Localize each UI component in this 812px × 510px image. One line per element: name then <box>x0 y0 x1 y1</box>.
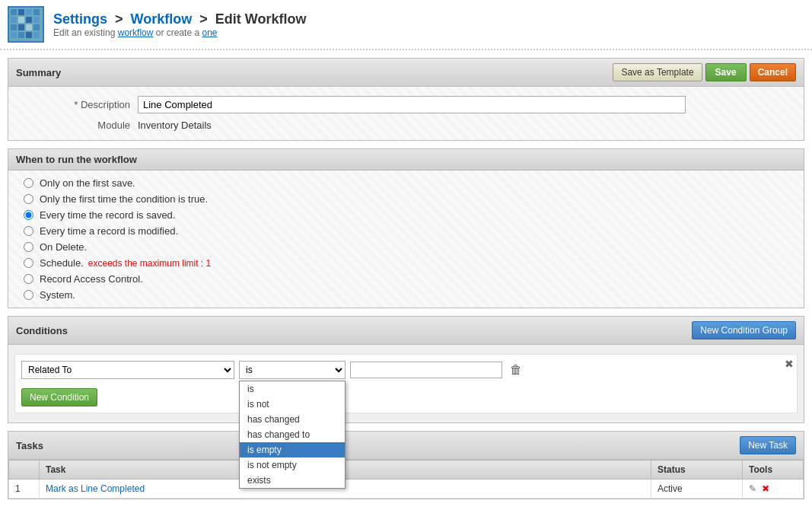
svg-rect-3 <box>26 9 32 15</box>
tasks-header: Tasks New Task <box>8 431 804 460</box>
tasks-header-row: Task Status Tools <box>9 461 804 480</box>
op-has-changed[interactable]: has changed <box>240 412 345 427</box>
op-is-not[interactable]: is not <box>240 397 345 412</box>
workflow-link[interactable]: Workflow <box>131 11 193 27</box>
op-is[interactable]: is <box>240 381 345 397</box>
op-has-changed-to[interactable]: has changed to <box>240 427 345 442</box>
new-condition-button[interactable]: New Condition <box>21 388 97 406</box>
radio-on-delete[interactable] <box>24 242 33 252</box>
radio-first-save[interactable] <box>24 178 33 188</box>
description-input[interactable] <box>138 96 686 113</box>
svg-rect-10 <box>18 24 24 30</box>
summary-title: Summary <box>16 67 61 78</box>
condition-value-input[interactable] <box>350 362 502 378</box>
conditions-body: ✖ Related To is is is not <box>8 345 804 423</box>
when-to-run-body: Only on the first save. Only the first t… <box>8 171 804 308</box>
page-title: Settings > Workflow > Edit Workflow <box>53 11 306 27</box>
radio-schedule[interactable] <box>24 258 33 268</box>
operator-dropdown: is is not has changed has changed to is … <box>239 381 345 489</box>
conditions-header: Conditions New Condition Group <box>8 316 804 345</box>
svg-rect-11 <box>26 24 32 30</box>
app-logo <box>8 6 44 43</box>
cancel-button[interactable]: Cancel <box>750 63 796 81</box>
condition-operator-select[interactable]: is <box>239 361 345 379</box>
save-button[interactable]: Save <box>705 63 747 81</box>
radio-system-label: System. <box>40 289 75 301</box>
task-edit-icon[interactable]: ✎ <box>749 483 756 494</box>
summary-section: Summary Save as Template Save Cancel * D… <box>8 58 804 141</box>
svg-rect-12 <box>33 24 40 30</box>
radio-item-4: Every time a record is modified. <box>24 223 788 239</box>
tasks-title: Tasks <box>16 440 43 451</box>
svg-rect-13 <box>11 32 17 38</box>
tasks-col-status: Status <box>651 461 743 480</box>
radio-item-2: Only the first time the condition is tru… <box>24 191 788 207</box>
radio-schedule-label: Schedule. <box>40 257 84 269</box>
main-content: Summary Save as Template Save Cancel * D… <box>0 50 812 507</box>
svg-rect-8 <box>33 17 40 23</box>
tasks-body: Task Status Tools 1 Mark as Line Complet… <box>8 460 804 499</box>
task-link[interactable]: Mark as Line Completed <box>46 483 145 494</box>
radio-first-save-label: Only on the first save. <box>40 177 135 189</box>
workflow-edit-link[interactable]: workflow <box>118 27 154 38</box>
op-is-not-empty[interactable]: is not empty <box>240 457 345 473</box>
radio-every-modified-label: Every time a record is modified. <box>40 225 178 237</box>
svg-rect-6 <box>18 17 24 23</box>
description-label: * Description <box>16 99 138 110</box>
svg-rect-4 <box>33 9 40 15</box>
radio-first-condition[interactable] <box>24 194 33 204</box>
description-value <box>138 96 796 113</box>
settings-link[interactable]: Settings <box>53 11 107 27</box>
task-tools: ✎ ✖ <box>743 480 804 499</box>
condition-group-close-icon[interactable]: ✖ <box>785 358 794 370</box>
tasks-table: Task Status Tools 1 Mark as Line Complet… <box>8 460 804 499</box>
radio-system[interactable] <box>24 290 33 300</box>
svg-rect-1 <box>11 9 17 15</box>
summary-toolbar: Save as Template Save Cancel <box>613 63 796 81</box>
summary-body: * Description Module Inventory Details <box>8 87 804 141</box>
svg-rect-2 <box>18 9 24 15</box>
condition-field-select[interactable]: Related To <box>21 361 234 379</box>
edit-workflow-label: Edit Workflow <box>215 11 307 27</box>
tasks-section: Tasks New Task Task Status Tools 1 <box>8 431 804 499</box>
radio-every-save-label: Every time the record is saved. <box>40 209 175 221</box>
radio-access-control-label: Record Access Control. <box>40 273 143 285</box>
op-exists[interactable]: exists <box>240 473 345 488</box>
svg-rect-5 <box>11 17 17 23</box>
operator-wrapper: is is is not has changed has changed to … <box>239 361 345 379</box>
new-condition-row: New Condition <box>15 385 797 413</box>
save-as-template-button[interactable]: Save as Template <box>613 63 702 81</box>
radio-item-8: System. <box>24 287 788 303</box>
svg-rect-16 <box>33 32 40 38</box>
new-task-button[interactable]: New Task <box>740 436 796 454</box>
radio-every-save[interactable] <box>24 210 33 220</box>
task-number: 1 <box>9 480 40 499</box>
radio-item-5: On Delete. <box>24 239 788 255</box>
task-status: Active <box>651 480 743 499</box>
task-delete-icon[interactable]: ✖ <box>762 483 769 494</box>
radio-on-delete-label: On Delete. <box>40 241 87 253</box>
conditions-title: Conditions <box>16 325 68 336</box>
description-row: * Description <box>8 93 804 116</box>
radio-item-1: Only on the first save. <box>24 175 788 191</box>
radio-every-modified[interactable] <box>24 226 33 236</box>
condition-group: ✖ Related To is is is not <box>14 354 798 413</box>
tasks-col-number <box>9 461 40 480</box>
condition-row: Related To is is is not has changed has … <box>15 355 797 385</box>
when-to-run-header: When to run the workflow <box>8 148 804 171</box>
table-row: 1 Mark as Line Completed Active ✎ ✖ <box>9 480 804 499</box>
radio-first-condition-label: Only the first time the condition is tru… <box>40 193 208 205</box>
radio-access-control[interactable] <box>24 274 33 284</box>
module-value: Inventory Details <box>138 120 796 131</box>
condition-delete-icon[interactable]: 🗑 <box>510 363 522 377</box>
create-link[interactable]: one <box>202 27 217 38</box>
module-label: Module <box>16 120 138 131</box>
page-header: Settings > Workflow > Edit Workflow Edit… <box>0 0 812 50</box>
subtitle: Edit an existing workflow or create a on… <box>53 27 306 38</box>
radio-group: Only on the first save. Only the first t… <box>8 171 804 308</box>
schedule-warning: exceeds the maximum limit : 1 <box>88 258 211 269</box>
summary-header: Summary Save as Template Save Cancel <box>8 58 804 87</box>
header-text: Settings > Workflow > Edit Workflow Edit… <box>53 11 306 38</box>
op-is-empty[interactable]: is empty <box>240 442 345 457</box>
new-condition-group-button[interactable]: New Condition Group <box>692 321 796 339</box>
